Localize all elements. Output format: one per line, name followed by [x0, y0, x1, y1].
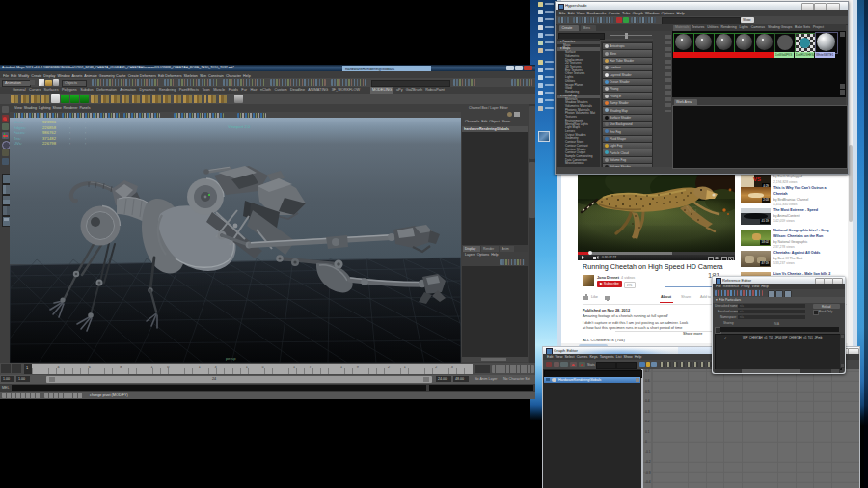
- svg-text::: :: [85, 141, 86, 146]
- svg-text:Tris:: Tris:: [14, 136, 21, 141]
- svg-text:Edges:: Edges:: [14, 125, 26, 130]
- svg-text:persp: persp: [226, 356, 236, 361]
- svg-text:923986: 923986: [42, 120, 57, 124]
- svg-text::: :: [69, 125, 70, 130]
- svg-text::: :: [85, 136, 86, 141]
- svg-text:Viewport 2.0: Viewport 2.0: [228, 124, 251, 129]
- svg-text:226858: 226858: [42, 125, 57, 130]
- svg-text:UVs:: UVs:: [14, 141, 22, 146]
- svg-text::: :: [69, 120, 70, 124]
- svg-text::: :: [69, 136, 70, 141]
- svg-text:986762: 986762: [42, 130, 57, 135]
- svg-text:Verts:: Verts:: [14, 120, 24, 124]
- svg-text::: :: [85, 125, 86, 130]
- svg-text::: :: [69, 130, 70, 135]
- svg-text::: :: [85, 120, 86, 124]
- svg-text:371482: 371482: [42, 136, 57, 141]
- svg-text::: :: [69, 141, 70, 146]
- svg-text:NG: NG: [686, 205, 697, 214]
- svg-text:226798: 226798: [42, 141, 57, 146]
- svg-text::: :: [85, 130, 86, 135]
- svg-text:Faces:: Faces:: [14, 130, 26, 135]
